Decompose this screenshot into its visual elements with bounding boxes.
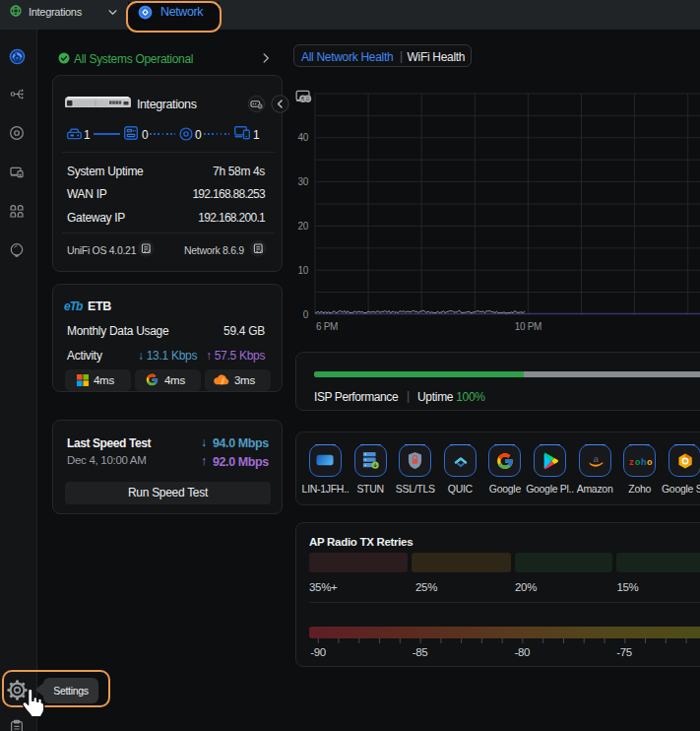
svg-text:30: 30 bbox=[297, 176, 308, 187]
svg-text:z: z bbox=[629, 457, 634, 466]
svg-text:0: 0 bbox=[303, 309, 309, 320]
svg-text:o: o bbox=[647, 457, 653, 466]
svg-text:40: 40 bbox=[297, 132, 308, 143]
svg-text:h: h bbox=[641, 457, 646, 466]
svg-text:20: 20 bbox=[297, 221, 308, 232]
svg-text:a: a bbox=[593, 453, 599, 464]
svg-text:6 PM: 6 PM bbox=[316, 321, 338, 332]
svg-text:10: 10 bbox=[297, 265, 308, 276]
svg-text:10 PM: 10 PM bbox=[515, 321, 541, 332]
